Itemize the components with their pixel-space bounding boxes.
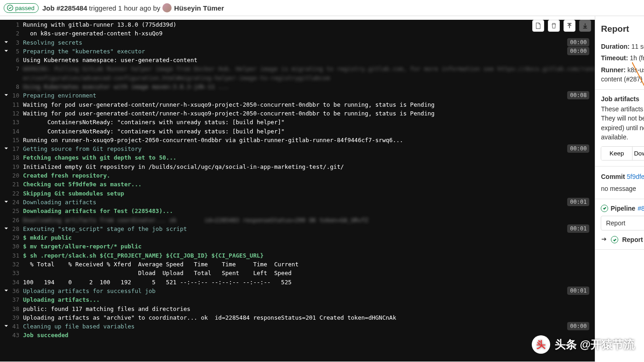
log-text: Cleaning up file based variables [23, 322, 595, 331]
commit-message: no message [601, 184, 644, 193]
pipeline-status-icon [601, 205, 608, 212]
stage-select-value: Report [606, 219, 625, 227]
log-text: Using Kubernetes executor with image mav… [23, 82, 595, 91]
log-line: 43Job succeeded [0, 331, 595, 339]
chevron-down-icon[interactable] [3, 198, 10, 206]
log-line: 1Running with gitlab-runner 13.8.0 (775d… [0, 20, 595, 29]
log-line[interactable]: 24Downloading artifacts00:01 [0, 198, 595, 207]
author-name[interactable]: Hüseyin Tümer [174, 4, 224, 12]
log-line: 11Waiting for pod user-generated-content… [0, 100, 595, 109]
artifact-buttons: Keep Download Browse [601, 146, 644, 161]
duration-badge: 00:08 [567, 91, 589, 99]
status-text: passed [15, 5, 34, 11]
log-text: Checking out 5f9dfe9e as master... [23, 180, 595, 189]
raw-log-button[interactable] [532, 20, 544, 32]
log-line: 20Created fresh repository. [0, 171, 595, 180]
avatar[interactable] [162, 3, 172, 12]
log-text: $ mv target/allure-report/* public [23, 242, 595, 251]
log-line: 14 ContainersNotReady: "containers with … [0, 127, 595, 136]
keep-button[interactable]: Keep [601, 147, 632, 160]
scroll-top-button[interactable] [564, 20, 575, 32]
job-title: Job #2285484 [42, 4, 87, 12]
duration-badge: 00:00 [567, 322, 589, 330]
log-text: public: found 117 matching files and dir… [23, 305, 595, 313]
log-text: Downloading artifacts for Test (2285483)… [23, 207, 595, 215]
download-button[interactable]: Download [632, 147, 644, 160]
current-job-row[interactable]: Report [595, 230, 644, 250]
log-text: Preparing the "kubernetes" executor [23, 47, 595, 56]
log-text: Uploading artifacts for successful job [23, 287, 595, 295]
chevron-down-icon[interactable] [3, 145, 10, 152]
check-circle-icon [7, 5, 13, 11]
chevron-down-icon[interactable] [3, 225, 10, 232]
line-number: 38 [0, 305, 23, 313]
watermark-text: 头条 @开猿节流 [555, 337, 635, 352]
runner-row: Runner: k8s-user-generated-content (#287… [601, 65, 644, 84]
duration-badge: 00:01 [567, 224, 589, 233]
log-line: 29$ mkdir public [0, 233, 595, 242]
chevron-down-icon[interactable] [3, 39, 10, 46]
log-line[interactable]: 28Executing "step_script" stage of the j… [0, 224, 595, 233]
line-number: 20 [0, 171, 23, 180]
log-text: Initialized empty Git repository in /bui… [23, 162, 595, 171]
line-number: 15 [0, 136, 23, 144]
log-text: Created fresh repository. [23, 171, 595, 180]
log-line: 34100 194 0 2 100 192 5 521 --:--:-- --:… [0, 278, 595, 287]
log-line[interactable]: 17Getting source from Git repository00:0… [0, 144, 595, 153]
log-line: 13 ContainersNotReady: "containers with … [0, 118, 595, 126]
line-number: 7 [0, 64, 23, 73]
log-line: 39Uploading artifacts as "archive" to co… [0, 313, 595, 322]
watermark: 头 头条 @开猿节流 [532, 335, 635, 354]
log-line: 30$ mv target/allure-report/* public [0, 242, 595, 251]
line-number: 14 [0, 127, 23, 136]
log-line[interactable]: 3Resolving secrets00:00 [0, 38, 595, 47]
scroll-bottom-button[interactable] [579, 20, 591, 32]
log-text: Job succeeded [23, 331, 595, 339]
log-line: 12Waiting for pod user-generated-content… [0, 109, 595, 118]
log-text: Executing "step_script" stage of the job… [23, 224, 595, 233]
log-line[interactable]: 41Cleaning up file based variables00:00 [0, 322, 595, 331]
log-text: Uploading artifacts... [23, 295, 595, 304]
duration-badge: 00:00 [567, 47, 589, 55]
log-text: Waiting for pod user-generated-content/r… [23, 100, 595, 109]
log-text: Using Kubernetes namespace: user-generat… [23, 56, 595, 64]
duration-badge: 00:00 [567, 144, 589, 153]
line-number: 32 [0, 260, 23, 269]
duration-badge: 00:01 [567, 287, 589, 295]
log-line[interactable]: 5Preparing the "kubernetes" executor00:0… [0, 47, 595, 56]
arrow-right-icon [601, 236, 607, 244]
log-text: Resolving secrets [23, 38, 595, 47]
triggered-text: triggered 1 hour ago by [89, 4, 161, 12]
current-job-name: Report [622, 236, 643, 243]
log-line: 38public: found 117 matching files and d… [0, 305, 595, 313]
line-number: 6 [0, 56, 23, 64]
log-line[interactable]: 36Uploading artifacts for successful job… [0, 287, 595, 295]
line-number: 39 [0, 313, 23, 322]
console[interactable]: 1Running with gitlab-runner 13.8.0 (775d… [0, 20, 595, 362]
log-text: Getting source from Git repository [23, 144, 595, 153]
log-line: 6Using Kubernetes namespace: user-genera… [0, 56, 595, 64]
stage-select[interactable]: Report [601, 216, 644, 230]
chevron-down-icon[interactable] [3, 287, 10, 294]
erase-log-button[interactable] [548, 20, 560, 32]
commit-link[interactable]: 5f9dfe9e [627, 173, 644, 180]
log-text: $ mkdir public [23, 233, 595, 242]
log-line: 15Running on runner-h-xsuqo9-project-205… [0, 136, 595, 144]
line-number: 18 [0, 153, 23, 162]
line-number: 2 [0, 29, 23, 38]
log-text: Fetching changes with git depth set to 5… [23, 153, 595, 162]
log-line[interactable]: 10Preparing environment00:08 [0, 91, 595, 100]
pipeline-link[interactable]: #845732 [638, 205, 644, 212]
chevron-down-icon[interactable] [3, 92, 10, 99]
log-line: 33 Dload Upload Total Spent Left Speed [0, 269, 595, 277]
chevron-down-icon[interactable] [3, 47, 10, 55]
log-text: ContainersNotReady: "containers with unr… [23, 127, 595, 136]
chevron-down-icon[interactable] [3, 322, 10, 330]
log-line: 25Downloading artifacts for Test (228548… [0, 207, 595, 215]
timeout-row: Timeout: 1h (from project)? [601, 53, 644, 63]
document-icon [535, 23, 541, 29]
line-number: 25 [0, 207, 23, 215]
log-text: Waiting for pod user-generated-content/r… [23, 109, 595, 118]
sidebar-title: Report [601, 24, 629, 34]
artifacts-text: These artifacts are the latest. They wil… [601, 104, 644, 142]
